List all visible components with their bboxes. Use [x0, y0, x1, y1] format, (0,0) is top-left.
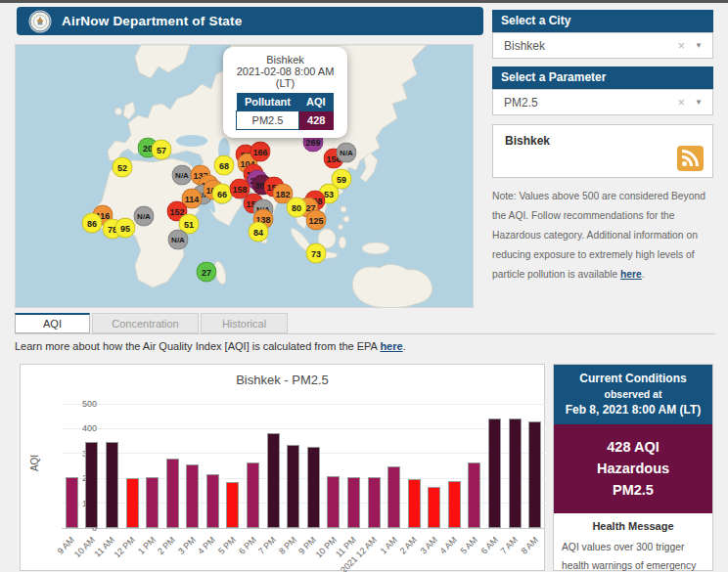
popup-timezone: (LT) [229, 77, 341, 89]
y-tick-500: 500 [64, 399, 97, 409]
gridline-300 [62, 453, 545, 454]
observed-datetime: Feb 8, 2021 8:00 AM (LT) [558, 403, 708, 417]
chart-plot-area: 01002003004005009 AM10 AM11 AM12 PM1 PM2… [62, 404, 545, 528]
parameter-select-value: PM2.5 [504, 96, 677, 110]
health-message-title: Health Message [562, 520, 705, 532]
aqi-marker-68[interactable]: 68 [214, 155, 235, 176]
bar-10-am[interactable] [85, 442, 98, 528]
bar-5-pm[interactable] [226, 482, 239, 528]
bar-08-2021-12-am[interactable] [368, 477, 381, 528]
bar-11-am[interactable] [106, 442, 118, 528]
window-top-strip [0, 0, 728, 3]
bar-6-am[interactable] [488, 418, 501, 528]
popup-datetime: 2021-02-08 8:00 AM [229, 66, 341, 77]
health-message-body: AQI values over 300 trigger health warni… [562, 538, 705, 572]
aqi-value: 428 AQI [558, 436, 708, 458]
aqi-marker-166[interactable]: 166 [250, 142, 271, 162]
bar-8-am[interactable] [528, 421, 541, 528]
note-here-link[interactable]: here [620, 269, 642, 280]
tab-historical[interactable]: Historical [201, 313, 288, 333]
bar-12-pm[interactable] [126, 478, 139, 528]
bar-9-am[interactable] [66, 477, 78, 528]
bar-6-pm[interactable] [247, 462, 259, 528]
aqi-marker-125[interactable]: 125 [306, 210, 327, 231]
current-conditions-header: Current Conditions observed at Feb 8, 20… [554, 365, 712, 424]
note-period: . [642, 269, 645, 280]
bar-4-am[interactable] [448, 481, 461, 528]
aqi-marker-n-a[interactable]: N/A [172, 165, 193, 186]
popup-table: Pollutant AQI PM2.5 428 [236, 93, 334, 130]
bar-2-pm[interactable] [166, 459, 179, 528]
bar-7-am[interactable] [509, 418, 522, 528]
aqi-marker-52[interactable]: 52 [113, 157, 133, 178]
bar-10-pm[interactable] [327, 476, 340, 528]
learn-more-period: . [403, 340, 406, 352]
aqi-marker-73[interactable]: 73 [306, 243, 327, 264]
bar-3-pm[interactable] [186, 464, 199, 528]
learn-more-before: Learn more about how the Air Quality Ind… [15, 340, 380, 352]
city-select-value: Bishkek [504, 39, 677, 53]
aqi-marker-95[interactable]: 95 [115, 218, 136, 239]
y-tick-400: 400 [64, 423, 97, 433]
aqi-marker-n-a[interactable]: N/A [337, 143, 357, 163]
tab-concentration[interactable]: Concentration [92, 313, 199, 333]
rss-feed-box: Bishkek [492, 124, 713, 178]
state-department-seal-icon [28, 10, 52, 33]
bar-11-pm[interactable] [347, 477, 360, 528]
popup-city: Bishkek [229, 54, 341, 66]
map-popup: Bishkek 2021-02-08 8:00 AM (LT) Pollutan… [223, 47, 347, 138]
bar-1-am[interactable] [387, 466, 400, 529]
health-message: Health Message AQI values over 300 trigg… [554, 513, 712, 572]
chart-y-axis-label: AQI [29, 455, 40, 471]
beyond-aqi-note: Note: Values above 500 are considered Be… [492, 187, 715, 285]
chart-x-axis-line [62, 528, 545, 529]
current-conditions-title: Current Conditions [558, 372, 708, 385]
parameter-clear-icon[interactable]: × [677, 96, 685, 109]
city-dropdown-arrow-icon[interactable]: ▼ [695, 41, 703, 50]
bar-5-am[interactable] [468, 462, 480, 528]
view-tabs: AQIConcentrationHistorical [15, 313, 288, 333]
select-parameter-label: Select a Parameter [492, 66, 713, 89]
aqi-marker-n-a[interactable]: N/A [168, 230, 189, 250]
aqi-bar-chart: Bishkek - PM2.5 AQI 01002003004005009 AM… [20, 364, 545, 571]
chart-title: Bishkek - PM2.5 [21, 373, 544, 387]
aqi-marker-86[interactable]: 86 [82, 213, 103, 234]
aqi-marker-27[interactable]: 27 [197, 262, 217, 283]
tab-aqi[interactable]: AQI [15, 313, 90, 333]
aqi-marker-80[interactable]: 80 [287, 198, 307, 218]
popup-col-pollutant: Pollutant [237, 93, 298, 111]
rss-icon[interactable] [677, 146, 704, 171]
app-header: AirNow Department of State [17, 7, 483, 35]
learn-more-here-link[interactable]: here [380, 340, 402, 352]
aqi-marker-84[interactable]: 84 [249, 222, 269, 242]
tabs-divider [15, 333, 715, 334]
bar-9-pm[interactable] [307, 447, 320, 528]
bar-4-pm[interactable] [206, 474, 219, 528]
current-conditions-panel: Current Conditions observed at Feb 8, 20… [553, 364, 713, 571]
select-city-label: Select a City [492, 10, 713, 32]
gridline-500 [62, 404, 545, 405]
popup-pollutant-value: PM2.5 [237, 111, 298, 130]
rss-feed-city-label: Bishkek [505, 134, 550, 148]
observed-at-label: observed at [558, 388, 708, 400]
aqi-category: Hazardous [558, 458, 708, 479]
aqi-status-block: 428 AQI Hazardous PM2.5 [554, 424, 712, 513]
learn-more-text: Learn more about how the Air Quality Ind… [15, 340, 406, 352]
popup-col-aqi: AQI [298, 93, 334, 111]
note-text: Note: Values above 500 are considered Be… [492, 191, 705, 280]
bar-1-pm[interactable] [146, 477, 159, 528]
city-clear-icon[interactable]: × [677, 39, 685, 52]
parameter-dropdown-arrow-icon[interactable]: ▼ [695, 98, 703, 107]
bar-8-pm[interactable] [287, 445, 299, 528]
aqi-marker-57[interactable]: 57 [152, 140, 172, 160]
bar-2-am[interactable] [408, 479, 421, 528]
popup-aqi-value: 428 [298, 111, 334, 130]
parameter-select[interactable]: PM2.5 × ▼ [492, 89, 713, 115]
bar-7-pm[interactable] [267, 433, 280, 528]
city-select[interactable]: Bishkek × ▼ [492, 32, 713, 59]
bar-3-am[interactable] [428, 487, 440, 528]
gridline-400 [62, 428, 545, 429]
aqi-marker-n-a[interactable]: N/A [134, 206, 155, 227]
aqi-parameter: PM2.5 [558, 479, 708, 501]
world-aqi-map[interactable]: 205752N/A137125N/A1066611415251N/AN/A116… [15, 44, 474, 308]
